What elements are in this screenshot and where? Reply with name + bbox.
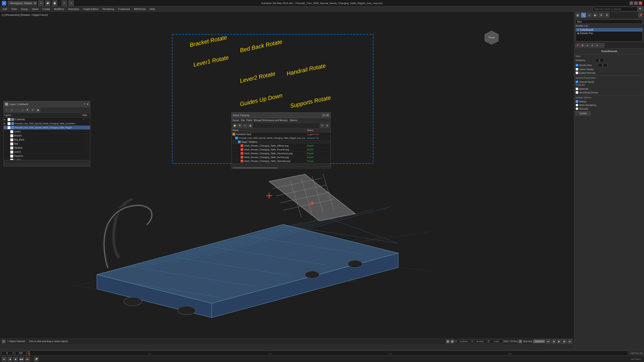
coord-z-value[interactable] (490, 340, 502, 343)
layer-item-9[interactable]: Supports ··· (4, 154, 90, 158)
frame-input[interactable] (1, 351, 13, 355)
ts-manually-radio[interactable] (576, 107, 578, 110)
menu-graph-editors[interactable]: Graph Editors (82, 7, 100, 11)
btn-go-end[interactable]: ⏭ (568, 339, 572, 344)
status-layer-icon[interactable]: ▦ (450, 340, 454, 343)
rp-icon-hierarchy[interactable]: ⧖ (587, 13, 592, 17)
menu-create[interactable]: Create (41, 7, 52, 11)
asset-menu-bitmap[interactable]: Bitmap Performance and Memory (254, 119, 288, 122)
asset-menu-server[interactable]: Server (232, 119, 239, 122)
tl-key-filters[interactable]: 🔑 (34, 357, 38, 361)
asset-close[interactable]: ✕ (326, 114, 329, 117)
rp-icon-display2[interactable]: 👁 (599, 13, 604, 17)
tb-undo[interactable]: ↩ (62, 0, 67, 6)
ts-render-iters-check[interactable] (576, 64, 578, 66)
layer-check-9[interactable] (10, 154, 13, 158)
layer-panel-close[interactable]: ✕ (86, 103, 89, 106)
tl-btn-3[interactable]: ▶ (14, 357, 18, 361)
asset-item-diffuse[interactable]: Adult_Shower_Changing_Table_Diffuse.png … (232, 144, 330, 148)
layer-check-6[interactable] (10, 142, 13, 145)
grid-icon[interactable]: ⊞ (518, 340, 522, 343)
coord-x-value[interactable] (458, 340, 470, 343)
menu-help[interactable]: Help (148, 7, 157, 11)
rp-icon-display[interactable]: ▦ (575, 13, 580, 17)
tl-btn-5[interactable]: ⏭ (25, 357, 30, 361)
selected-badge[interactable]: Selected (533, 340, 545, 343)
menu-tools[interactable]: Tools (9, 7, 19, 11)
frame-end-input[interactable] (15, 351, 26, 355)
asset-scrollbar-h[interactable] (232, 165, 330, 166)
close-button[interactable]: ✕ (638, 1, 642, 5)
layer-scrollbar[interactable] (4, 161, 89, 162)
asset-item-fresnel[interactable]: Adult_Shower_Changing_Table_Fresnel.png … (232, 148, 330, 152)
menu-customize[interactable]: Customize (116, 7, 132, 11)
menu-maxscript[interactable]: MAXScript (132, 7, 148, 11)
ts-iterations-input[interactable] (595, 58, 604, 62)
lp-btn-new[interactable]: + (4, 108, 9, 112)
modifier-turbosmooth[interactable]: TurboSmooth (576, 28, 642, 31)
maximize-button[interactable]: □ (634, 1, 638, 5)
layer-item-0[interactable]: ▶ 0 (default) ✓ ··· (4, 117, 90, 122)
layer-item-1[interactable]: ▶ Pressalit_Care_3000_Special_Needs_Chan… (4, 122, 90, 126)
layer-check-7[interactable] (10, 146, 13, 150)
at-btn-1[interactable]: 📂 (232, 124, 237, 128)
lp-btn-find[interactable]: 🔍 (25, 108, 30, 112)
at-btn-3[interactable]: ↻ (243, 124, 248, 128)
layer-item-7[interactable]: Handrail ··· (4, 146, 90, 150)
search-input[interactable] (592, 7, 638, 11)
mod-btn-delete[interactable]: 🗑 (580, 43, 585, 47)
ts-materials-check[interactable] (576, 87, 578, 90)
rp-icon-modify[interactable]: 🔧 (581, 13, 586, 17)
tb-new[interactable]: 🗋 (38, 0, 44, 6)
ts-smooth-result-check[interactable] (576, 80, 578, 83)
nav-cube[interactable]: Persp (484, 30, 500, 45)
viewport[interactable]: [+] [Perspective] [Shaded + Edged Faces]… (0, 12, 574, 344)
asset-item-gloss[interactable]: Adult_Shower_Changing_Table_Glossiness.p… (232, 152, 330, 155)
ts-explicit-check[interactable] (576, 71, 578, 74)
asset-item-specular[interactable]: Adult_Shower_Changing_Table_Specular.png… (232, 159, 330, 163)
layer-check-3[interactable] (10, 130, 13, 133)
menu-rendering[interactable]: Rendering (101, 7, 116, 11)
tb-open[interactable]: 📂 (45, 0, 50, 6)
workspace-dropdown[interactable]: Workspace: Default (8, 1, 37, 5)
menu-animation[interactable]: Animation (66, 7, 81, 11)
layer-item-3[interactable]: Lever1 ··· (4, 130, 90, 134)
mod-btn-pin[interactable]: 📌 (575, 43, 580, 47)
coord-y-value[interactable] (474, 340, 486, 343)
menu-group[interactable]: Group (19, 7, 30, 11)
ts-isoline-check[interactable] (576, 68, 578, 71)
at-btn-2[interactable]: 🔍 (238, 124, 242, 128)
lp-btn-add[interactable]: → (15, 108, 20, 112)
asset-item-vault[interactable]: Autodesk Vault Logged Out (232, 132, 330, 136)
btn-go-start[interactable]: ⏮ (546, 339, 550, 344)
menu-edit[interactable]: Edit (1, 7, 9, 11)
lp-btn-delete[interactable]: ✕ (10, 108, 14, 112)
timeline-playhead[interactable] (29, 351, 29, 356)
layer-check-0[interactable] (8, 118, 10, 121)
asset-menu-paths[interactable]: Paths (246, 119, 252, 122)
mod-btn-move-down[interactable]: ▼ (590, 43, 594, 47)
tl-btn-1[interactable]: ⏮ (2, 357, 6, 361)
btn-prev-frame[interactable]: ◀ (552, 339, 556, 344)
menu-views[interactable]: Views (30, 7, 40, 11)
btn-next-frame[interactable]: ▶ (562, 339, 567, 344)
timeline-scrubber[interactable]: 0 50 100 150 200 (29, 351, 628, 356)
tl-btn-4[interactable]: ▶▶ (20, 357, 24, 361)
search-button[interactable]: 🔍 (638, 6, 643, 12)
at-btn-4[interactable]: ▦ (248, 124, 252, 128)
modifier-editable-poly[interactable]: Editable Poly (576, 31, 642, 35)
layer-check-10[interactable] (10, 159, 13, 160)
layer-item-6[interactable]: Bed ··· (4, 142, 90, 146)
asset-item-file[interactable]: Pressalit_Care_3000_Special_Needs_Changi… (232, 136, 330, 140)
layer-item-8[interactable]: Lever2 ··· (4, 150, 90, 154)
layer-item-5[interactable]: Bed_Back ··· (4, 138, 90, 142)
mod-btn-move-up[interactable]: ▲ (585, 43, 590, 47)
lp-btn-render[interactable]: ▣ (36, 108, 40, 112)
layer-check-8[interactable] (10, 150, 13, 154)
lp-btn-select[interactable]: ◻ (20, 108, 24, 112)
layer-check-5[interactable] (10, 138, 13, 141)
asset-scrollbar-thumb[interactable] (232, 167, 278, 168)
ts-when-rendering-radio[interactable] (576, 104, 578, 106)
layer-check-2[interactable] (8, 126, 10, 129)
ts-smoothing-check[interactable] (576, 91, 578, 94)
